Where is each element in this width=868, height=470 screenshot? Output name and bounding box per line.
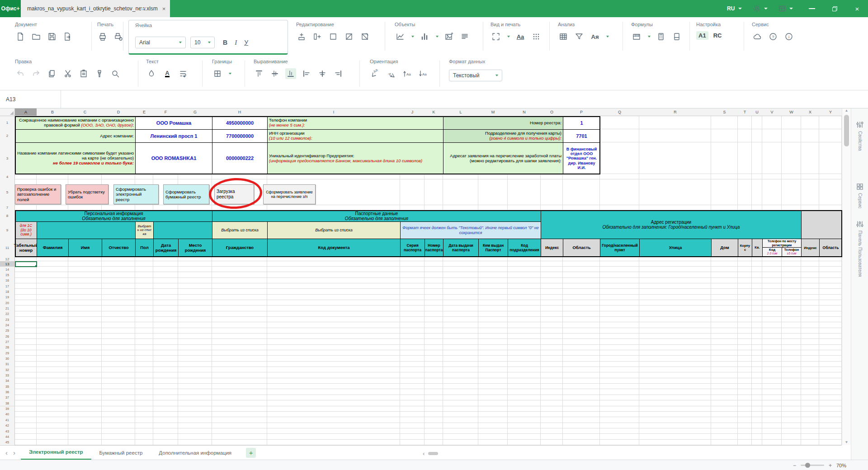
zoom-slider[interactable] <box>801 465 824 466</box>
row-number[interactable]: 40 <box>0 412 15 418</box>
info-icon[interactable]: i <box>783 31 794 42</box>
cut-icon[interactable] <box>62 68 73 79</box>
row-number[interactable]: 35 <box>0 384 15 390</box>
font-name-select[interactable]: Arial <box>135 37 186 48</box>
column-header[interactable]: A <box>15 108 37 116</box>
row-number[interactable]: 31 <box>0 362 15 367</box>
cell-phone-label[interactable]: Телефон компании(не менее 5 сим.): <box>267 116 443 130</box>
redo-icon[interactable] <box>31 68 42 79</box>
cell-uid-value[interactable]: 0000000222 <box>212 142 268 174</box>
row-number[interactable]: 22 <box>0 311 15 317</box>
formula-input[interactable] <box>61 90 868 108</box>
app-logo[interactable]: Офис+ <box>0 0 21 17</box>
column-header[interactable]: B <box>37 108 69 116</box>
cloud-icon[interactable] <box>752 31 763 42</box>
underline-button[interactable]: У <box>244 39 248 46</box>
row-number[interactable]: 1 <box>0 116 15 130</box>
row-number[interactable]: 34 <box>0 378 15 384</box>
sidebar-item-service[interactable]: Сервис <box>851 183 868 208</box>
load-registry-button[interactable]: Загрузка реестра <box>214 184 254 204</box>
row-number[interactable]: 41 <box>0 417 15 423</box>
freeze-area-icon[interactable] <box>491 31 501 42</box>
row-number[interactable]: 23 <box>0 317 15 323</box>
column-header[interactable]: W <box>782 108 802 116</box>
align-middle-icon[interactable] <box>269 68 280 79</box>
row-number[interactable]: 33 <box>0 372 15 378</box>
sheet-tab-additional-info[interactable]: Дополнительная информация <box>151 446 240 460</box>
no-diagonal-border-icon[interactable] <box>359 31 370 42</box>
sidebar-item-user-panel[interactable]: Панель Пользователя <box>851 221 868 277</box>
row-number[interactable]: 44 <box>0 434 15 440</box>
row-number[interactable]: 26 <box>0 334 15 339</box>
bar-chart-icon[interactable] <box>419 31 430 42</box>
print-settings-icon[interactable] <box>113 31 124 42</box>
row-number[interactable]: 8 <box>0 210 15 222</box>
row-number[interactable]: 30 <box>0 356 15 362</box>
create-paper-registry-button[interactable]: Сформировать бумажный реестр <box>163 184 209 204</box>
copy-icon[interactable] <box>47 68 57 79</box>
cell-company-name-value[interactable]: ООО Ромашка <box>135 116 212 130</box>
help-icon[interactable]: ? <box>768 31 778 42</box>
font-color-icon[interactable]: A <box>162 68 173 79</box>
row-number[interactable]: 9 <box>0 221 15 239</box>
insert-image-icon[interactable] <box>443 31 454 42</box>
column-header[interactable]: R <box>639 108 712 116</box>
line-chart-icon[interactable] <box>395 31 406 42</box>
undo-icon[interactable] <box>15 68 26 79</box>
column-header[interactable]: C <box>68 108 102 116</box>
column-header[interactable]: V <box>762 108 782 116</box>
column-header[interactable]: F <box>153 108 179 116</box>
column-header[interactable]: O <box>541 108 563 116</box>
add-sheet-button[interactable]: + <box>246 448 256 458</box>
cell-salary-addressee-value[interactable]: В финансовый отдел ООО "Ромашка" ген. ди… <box>563 142 600 174</box>
row-number[interactable]: 19 <box>0 295 15 301</box>
cell-company-address-value[interactable]: Ленинский просп 1 <box>135 129 212 143</box>
format-painter-icon[interactable] <box>94 68 105 79</box>
sheet-prev-icon[interactable]: ‹ <box>0 449 13 456</box>
cell-company-name-label[interactable]: Сокращенное наименование компании с орга… <box>15 116 136 130</box>
new-tab-button[interactable]: + <box>137 3 148 14</box>
cell-inn-value[interactable]: 7700000000 <box>212 129 268 143</box>
align-left-icon[interactable] <box>301 68 312 79</box>
column-header[interactable]: X <box>801 108 820 116</box>
reference-style-rc-button[interactable]: RC <box>713 32 722 39</box>
row-number[interactable]: 25 <box>0 328 15 334</box>
column-header[interactable]: M <box>478 108 508 116</box>
bold-button[interactable]: B <box>223 39 227 46</box>
column-header[interactable]: Y <box>819 108 842 116</box>
minimize-button[interactable] <box>803 0 821 17</box>
hscroll-left-icon[interactable]: ‹ <box>423 450 425 457</box>
close-window-button[interactable]: × <box>848 0 866 17</box>
cell-salary-addressee-label[interactable]: Адресат заявления на перечисление зарабо… <box>443 142 563 174</box>
column-header[interactable]: S <box>711 108 738 116</box>
wrap-text-icon[interactable] <box>178 68 189 79</box>
align-top-icon[interactable] <box>254 68 264 79</box>
create-electronic-registry-button[interactable]: Сформировать электронный реестр <box>113 184 159 204</box>
restore-button[interactable] <box>826 0 844 17</box>
cell-registry-number-label[interactable]: Номер реестра: <box>443 116 563 130</box>
sidebar-item-properties[interactable]: Свойства <box>851 121 868 151</box>
gridlines-icon[interactable] <box>531 31 542 42</box>
sort-icon[interactable]: Ая <box>590 31 600 42</box>
row-number[interactable]: 24 <box>0 322 15 328</box>
row-number[interactable]: 43 <box>0 428 15 434</box>
cell-latin-name-value[interactable]: ООО ROMASHKA1 <box>135 142 212 174</box>
language-switcher[interactable]: RU <box>727 0 742 17</box>
cell-department-value[interactable]: 7701 <box>563 129 600 143</box>
row-number[interactable]: 14 <box>0 267 15 273</box>
open-folder-icon[interactable] <box>31 31 42 42</box>
paste-icon[interactable] <box>78 68 89 79</box>
insert-column-icon[interactable] <box>312 31 323 42</box>
reference-style-a1-button[interactable]: A1 <box>696 31 708 40</box>
select-all-corner[interactable] <box>0 108 15 116</box>
row-number[interactable]: 5 <box>0 179 15 206</box>
rotate-text-down-icon[interactable]: Aa <box>370 68 381 79</box>
search-icon[interactable] <box>110 68 121 79</box>
row-number[interactable]: 29 <box>0 350 15 356</box>
row-number[interactable]: 42 <box>0 423 15 429</box>
align-bottom-icon[interactable] <box>285 68 296 79</box>
row-number[interactable]: 18 <box>0 289 15 295</box>
borders-icon[interactable] <box>212 68 223 79</box>
interface-layout-button[interactable] <box>777 0 793 17</box>
cell-company-address-label[interactable]: Адрес компании: <box>15 129 136 143</box>
